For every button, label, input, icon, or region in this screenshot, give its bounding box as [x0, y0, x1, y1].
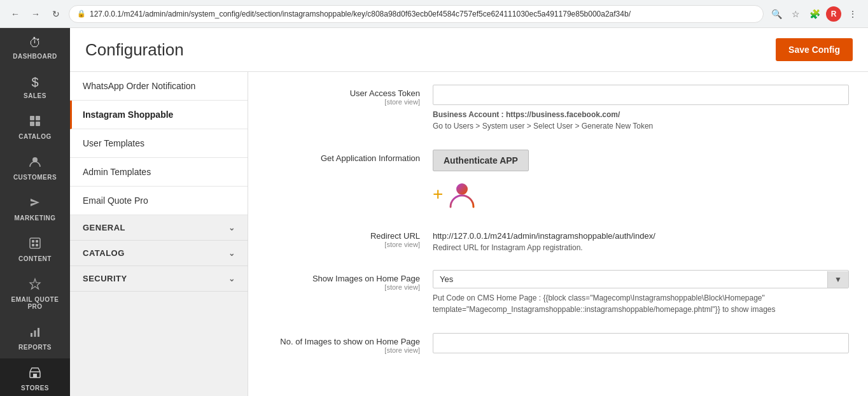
nav-section-catalog-label: CATALOG	[83, 248, 125, 258]
back-button[interactable]: ←	[8, 6, 23, 22]
app-info-control: Authenticate APP +	[433, 150, 849, 209]
browser-bar: ← → ↻ 🔒 127.0.0.1/m241/admin/admin/syste…	[0, 0, 868, 28]
sidebar-item-dashboard[interactable]: ⏱ DASHBOARD	[0, 28, 70, 67]
customers-icon	[29, 155, 41, 171]
svg-rect-9	[32, 244, 34, 246]
stores-icon	[29, 366, 41, 382]
main-layout: ⏱ DASHBOARD $ SALES CATALOG	[0, 28, 868, 396]
chevron-down-icon: ⌄	[228, 249, 235, 258]
no-of-images-label: No. of Images to show on Home Page [stor…	[267, 333, 420, 354]
reports-icon	[29, 325, 41, 341]
svg-rect-6	[30, 238, 40, 248]
user-access-token-input[interactable]	[433, 85, 849, 105]
sidebar-item-reports[interactable]: REPORTS	[0, 318, 70, 358]
show-images-dropdown-arrow[interactable]: ▼	[827, 271, 848, 288]
nav-section-security[interactable]: SECURITY ⌄	[70, 266, 248, 292]
chevron-down-icon: ⌄	[228, 274, 235, 283]
marketing-icon	[29, 196, 41, 212]
svg-rect-14	[38, 328, 39, 337]
sidebar-label-marketing: MARKETING	[14, 215, 55, 222]
redirect-url-hint: Redirect URL for Instagram App registrat…	[433, 243, 849, 252]
redirect-url-label: Redirect URL [store view]	[267, 227, 420, 248]
authenticate-app-button[interactable]: Authenticate APP	[433, 150, 529, 171]
sidebar-item-catalog[interactable]: CATALOG	[0, 107, 70, 148]
browser-actions: 🔍 ☆ 🧩 R ⋮	[769, 6, 860, 22]
save-config-button[interactable]: Save Config	[776, 38, 853, 61]
user-access-token-label: User Access Token [store view]	[267, 85, 420, 106]
sidebar-label-catalog: CATALOG	[18, 133, 51, 140]
nav-item-instagram[interactable]: Instagram Shoppable	[70, 101, 248, 129]
form-row-app-info: Get Application Information Authenticate…	[267, 150, 849, 209]
main-content: User Access Token [store view] Business …	[248, 72, 868, 396]
show-images-label: Show Images on Home Page [store view]	[267, 270, 420, 291]
more-options-icon[interactable]: ⋮	[845, 6, 860, 22]
app-info-label: Get Application Information	[267, 150, 420, 163]
person-icon	[447, 179, 477, 209]
sidebar-label-email-quote-pro: EMAIL QUOTE PRO	[4, 296, 66, 310]
sales-icon: $	[31, 75, 38, 90]
show-images-control: Yes ▼ Put Code on CMS Home Page : {{bloc…	[433, 270, 849, 315]
show-images-select[interactable]: Yes ▼	[433, 270, 849, 288]
svg-rect-8	[36, 240, 38, 243]
svg-marker-5	[31, 199, 39, 206]
address-bar[interactable]: 🔒 127.0.0.1/m241/admin/admin/system_conf…	[69, 5, 764, 23]
sidebar-label-reports: REPORTS	[18, 344, 52, 351]
form-row-user-access-token: User Access Token [store view] Business …	[267, 85, 849, 132]
svg-rect-7	[32, 240, 34, 243]
sidebar-item-content[interactable]: CONTENT	[0, 229, 70, 270]
body-content: WhatsApp Order Notification Instagram Sh…	[70, 72, 868, 396]
sidebar-label-customers: CUSTOMERS	[13, 174, 57, 181]
svg-rect-3	[36, 122, 40, 126]
show-images-value: Yes	[433, 271, 827, 288]
form-row-redirect-url: Redirect URL [store view] http://127.0.0…	[267, 227, 849, 252]
svg-rect-0	[30, 116, 34, 120]
nav-section-catalog[interactable]: CATALOG ⌄	[70, 241, 248, 266]
form-row-no-of-images: No. of Images to show on Home Page [stor…	[267, 333, 849, 354]
plus-icon: +	[433, 184, 443, 204]
forward-button[interactable]: →	[28, 6, 43, 22]
profile-button[interactable]: R	[826, 6, 841, 22]
nav-section-security-label: SECURITY	[83, 274, 127, 283]
user-access-token-control: Business Account : https://business.face…	[433, 85, 849, 132]
sidebar-label-content: CONTENT	[18, 255, 52, 262]
nav-section-general-label: GENERAL	[83, 223, 125, 232]
sidebar-item-stores[interactable]: STORES	[0, 358, 70, 396]
redirect-url-value: http://127.0.0.1/m241/admin/instagramsho…	[433, 227, 849, 241]
nav-item-email-quote-pro[interactable]: Email Quote Pro	[70, 187, 248, 215]
svg-point-17	[456, 183, 468, 195]
svg-rect-12	[31, 333, 32, 337]
chevron-down-icon: ⌄	[228, 223, 235, 232]
svg-marker-11	[30, 279, 40, 289]
extensions-icon[interactable]: 🧩	[807, 6, 822, 22]
svg-rect-16	[33, 374, 37, 378]
sidebar-item-marketing[interactable]: MARKETING	[0, 188, 70, 229]
star-icon[interactable]: ☆	[788, 6, 803, 22]
lock-icon: 🔒	[77, 10, 86, 18]
nav-section-general[interactable]: GENERAL ⌄	[70, 215, 248, 241]
email-quote-pro-icon	[29, 278, 41, 293]
sidebar-label-stores: STORES	[21, 385, 49, 392]
sidebar-item-sales[interactable]: $ SALES	[0, 67, 70, 107]
page-title: Configuration	[85, 40, 184, 60]
sidebar-label-sales: SALES	[24, 92, 46, 99]
form-row-show-images: Show Images on Home Page [store view] Ye…	[267, 270, 849, 315]
reload-button[interactable]: ↻	[48, 6, 64, 22]
nav-item-user-templates[interactable]: User Templates	[70, 129, 248, 158]
sidebar-item-email-quote-pro[interactable]: EMAIL QUOTE PRO	[0, 270, 70, 318]
nav-item-whatsapp[interactable]: WhatsApp Order Notification	[70, 72, 248, 101]
sidebar-item-customers[interactable]: CUSTOMERS	[0, 148, 70, 188]
url-text: 127.0.0.1/m241/admin/admin/system_config…	[90, 10, 755, 18]
dashboard-icon: ⏱	[29, 36, 41, 50]
sidebar-label-dashboard: DASHBOARD	[13, 53, 57, 60]
show-images-hint: Put Code on CMS Home Page : {{block clas…	[433, 292, 849, 315]
search-icon[interactable]: 🔍	[769, 6, 784, 22]
svg-rect-2	[30, 122, 34, 126]
content-area: Configuration Save Config WhatsApp Order…	[70, 28, 868, 396]
catalog-icon	[29, 115, 41, 131]
page-header: Configuration Save Config	[70, 28, 868, 72]
app-icon-graphic: +	[433, 179, 849, 209]
no-of-images-input[interactable]	[433, 333, 849, 353]
user-access-token-hint: Business Account : https://business.face…	[433, 109, 849, 132]
svg-rect-1	[36, 116, 40, 120]
nav-item-admin-templates[interactable]: Admin Templates	[70, 158, 248, 187]
